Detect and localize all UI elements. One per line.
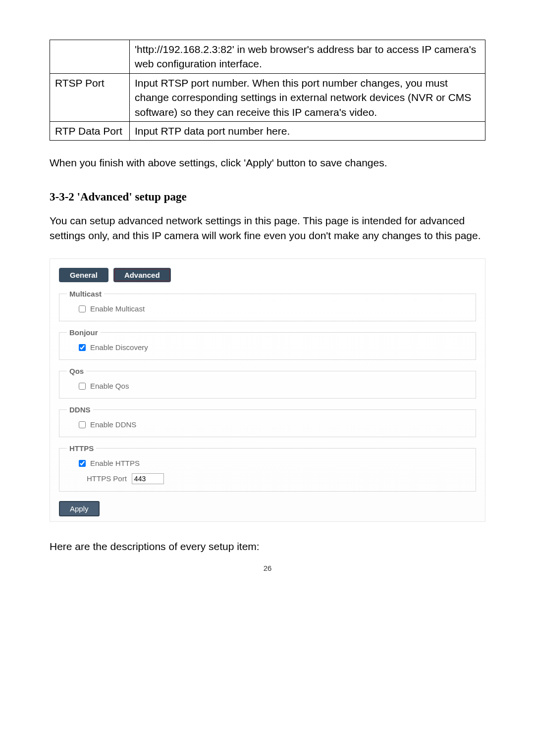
checkbox-label: Enable DDNS [90,420,136,429]
enable-discovery-checkbox[interactable] [79,344,86,351]
https-port-label: HTTPS Port [87,474,127,483]
table-cell-desc: Input RTSP port number. When this port n… [130,73,485,121]
port-settings-table: 'http://192.168.2.3:82' in web browser's… [50,40,485,141]
group-bonjour: Bonjour Enable Discovery [59,328,476,360]
checkbox-label: Enable Discovery [90,343,148,352]
apply-button[interactable]: Apply [59,501,100,516]
paragraph: You can setup advanced network settings … [50,213,485,244]
table-cell-desc: Input RTP data port number here. [130,121,485,140]
document-page: 'http://192.168.2.3:82' in web browser's… [0,0,535,592]
https-port-row: HTTPS Port [67,473,468,484]
table-row: RTP Data Port Input RTP data port number… [50,121,485,140]
table-cell-label: RTSP Port [50,73,130,121]
enable-qos-row[interactable]: Enable Qos [67,381,468,391]
table-cell-desc: 'http://192.168.2.3:82' in web browser's… [130,40,485,74]
table-row: RTSP Port Input RTSP port number. When t… [50,73,485,121]
enable-https-row[interactable]: Enable HTTPS [67,458,468,468]
enable-ddns-checkbox[interactable] [79,421,86,428]
group-ddns: DDNS Enable DDNS [59,405,476,437]
checkbox-label: Enable HTTPS [90,459,140,467]
checkbox-label: Enable Qos [90,382,129,390]
table-row: 'http://192.168.2.3:82' in web browser's… [50,40,485,74]
group-qos: Qos Enable Qos [59,367,476,399]
enable-discovery-row[interactable]: Enable Discovery [67,343,468,353]
group-title: HTTPS [67,444,96,453]
enable-multicast-row[interactable]: Enable Multicast [67,304,468,314]
enable-qos-checkbox[interactable] [79,383,86,390]
checkbox-label: Enable Multicast [90,304,145,313]
group-https: HTTPS Enable HTTPS HTTPS Port [59,444,476,492]
tab-advanced[interactable]: Advanced [113,268,171,282]
enable-https-checkbox[interactable] [79,460,86,467]
group-title: Bonjour [67,328,101,337]
advanced-panel-screenshot: General Advanced Multicast Enable Multic… [50,258,485,522]
group-title: Qos [67,367,86,375]
enable-multicast-checkbox[interactable] [79,305,86,312]
paragraph: When you finish with above settings, cli… [50,155,485,170]
group-multicast: Multicast Enable Multicast [59,290,476,321]
section-heading: 3-3-2 'Advanced' setup page [50,191,485,203]
paragraph: Here are the descriptions of every setup… [50,539,485,554]
table-cell-label: RTP Data Port [50,121,130,140]
https-port-input[interactable] [132,473,164,484]
table-cell-label [50,40,130,74]
enable-ddns-row[interactable]: Enable DDNS [67,420,468,430]
page-number: 26 [50,564,485,572]
tab-general[interactable]: General [59,268,108,282]
group-title: Multicast [67,290,104,298]
group-title: DDNS [67,405,93,414]
tab-bar: General Advanced [59,268,476,282]
